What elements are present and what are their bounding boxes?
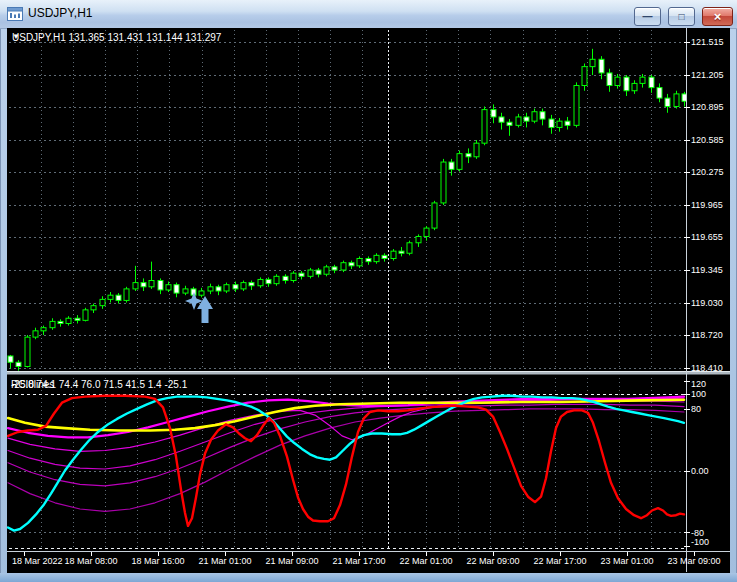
candles-layer (8, 49, 712, 371)
grid-layer (9, 30, 684, 549)
minimize-icon: — (643, 12, 653, 22)
close-button[interactable]: × (702, 7, 733, 26)
rci-violet-3 (8, 404, 684, 486)
indicator-lines (8, 396, 684, 531)
application-window: USDJPY,H1 — □ × ▼USDJPY,H1 131.365 131.4… (0, 0, 737, 582)
pane-separators (7, 28, 730, 572)
window-titlebar[interactable]: USDJPY,H1 — □ × (0, 0, 737, 29)
restore-icon: □ (678, 12, 684, 22)
window-bottom-frame (0, 573, 737, 582)
chart-area[interactable]: ▼USDJPY,H1 131.365 131.431 131.144 131.2… (7, 28, 730, 573)
window-controls: — □ × (634, 7, 733, 26)
chart-canvas[interactable] (7, 28, 730, 573)
minimize-button[interactable]: — (634, 7, 661, 26)
maximize-button[interactable]: □ (668, 7, 695, 26)
chart-app-icon (7, 6, 23, 22)
window-title: USDJPY,H1 (28, 6, 92, 20)
rci-red (8, 396, 684, 526)
close-icon: × (714, 10, 722, 23)
